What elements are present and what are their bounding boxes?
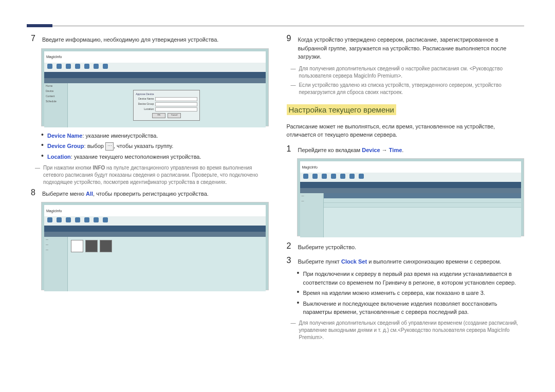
list-item: Device Name: указание имениустройства. — [41, 132, 269, 140]
app-subtoolbar — [44, 232, 266, 237]
time-notes-list: При подключении к серверу в первый раз в… — [297, 270, 525, 316]
device-name-input[interactable] — [155, 97, 197, 101]
device-card[interactable] — [85, 240, 98, 252]
app-toolbar — [300, 182, 522, 188]
step-text: Перейдите ко вкладкам Device → Time. — [298, 144, 525, 155]
ellipsis-icon: ⋯ — [105, 142, 114, 151]
screenshot-all-menu: MagicInfo ——— — [41, 202, 269, 290]
step-text: Введите информацию, необходимую для утве… — [42, 34, 269, 44]
device-card[interactable] — [100, 240, 112, 252]
app-icon-row — [44, 216, 266, 226]
app-sidebar: Home Device Content Schedule — [44, 83, 68, 127]
app-sidebar: ——— — [44, 237, 68, 291]
step-number: 3 — [287, 256, 294, 266]
keyword-device-name: Device Name — [47, 133, 83, 139]
note-device-removed: Если устройство удалено из списка устрой… — [291, 82, 525, 96]
step-text: Выберите устройство. — [298, 241, 525, 252]
cancel-button[interactable]: Cancel — [168, 113, 181, 118]
app-subtoolbar — [44, 78, 266, 83]
app-toolbar — [44, 72, 266, 78]
device-card[interactable] — [71, 240, 83, 252]
note-time-management: Для получения дополнительных сведений об… — [291, 320, 525, 341]
device-group-input[interactable] — [155, 102, 197, 106]
step-3: 3 Выберите пункт Clock Set и выполните с… — [287, 256, 525, 266]
device-cards — [68, 237, 266, 255]
app-logo: MagicInfo — [300, 161, 522, 173]
keyword-location: Location — [47, 154, 71, 160]
step-9: 9 Когда устройство утверждено сервером, … — [287, 34, 525, 61]
ok-button[interactable]: OK — [152, 113, 165, 118]
field-description-list: Device Name: указание имениустройства. D… — [41, 132, 269, 161]
location-input[interactable] — [155, 107, 197, 111]
step-text: Выберите меню All, чтобы проверить регис… — [42, 188, 269, 198]
screenshot-device-time: MagicInfo —— — [297, 158, 525, 236]
keyword-device: Device — [362, 147, 380, 153]
step-7: 7 Введите информацию, необходимую для ут… — [31, 34, 269, 44]
step-text: Когда устройство утверждено сервером, ра… — [298, 34, 525, 61]
app-toolbar — [44, 226, 266, 232]
list-item: Время на изделии можно изменить с сервер… — [297, 289, 525, 297]
note-info-button: При нажатии кнопки INFO на пульте дистан… — [35, 164, 269, 186]
app-logo: MagicInfo — [44, 51, 266, 63]
app-icon-row — [300, 173, 522, 182]
intro-paragraph: Расписание может не выполняться, если вр… — [287, 122, 525, 139]
step-8: 8 Выберите меню All, чтобы проверить рег… — [31, 188, 269, 198]
list-item: Device Group: выбор ⋯, чтобы указать гру… — [41, 142, 269, 151]
step-1: 1 Перейдите ко вкладкам Device → Time. — [287, 144, 525, 155]
step-number: 9 — [287, 34, 294, 61]
step-number: 2 — [287, 241, 294, 252]
table-row[interactable] — [324, 198, 522, 203]
step-text: Выберите пункт Clock Set и выполните син… — [298, 256, 525, 266]
keyword-device-group: Device Group — [47, 143, 84, 149]
app-icon-row — [44, 63, 266, 72]
screenshot-approve-device: MagicInfo Home Device Content Schedule — [41, 48, 269, 126]
keyword-all: All — [86, 191, 93, 197]
app-logo: MagicInfo — [44, 205, 266, 216]
keyword-clock-set: Clock Set — [341, 258, 367, 265]
table-header — [324, 193, 522, 198]
approve-dialog: Approve Device Device Name Device Group … — [133, 90, 200, 121]
step-number: 1 — [287, 144, 294, 155]
step-2: 2 Выберите устройство. — [287, 241, 525, 252]
step-number: 8 — [31, 188, 38, 198]
list-item: Location: указание текущего местоположен… — [41, 153, 269, 161]
app-subtoolbar — [300, 188, 522, 193]
keyword-time: Time — [389, 147, 402, 153]
list-item: При подключении к серверу в первый раз в… — [297, 270, 525, 287]
list-item: Выключение и последующее включение издел… — [297, 300, 525, 316]
note-schedule-guide: Для получения дополнительных сведений о … — [291, 65, 525, 80]
section-heading: Настройка текущего времени — [287, 104, 396, 115]
app-sidebar: —— — [300, 193, 324, 237]
step-number: 7 — [31, 34, 38, 44]
table-row[interactable] — [324, 203, 522, 208]
